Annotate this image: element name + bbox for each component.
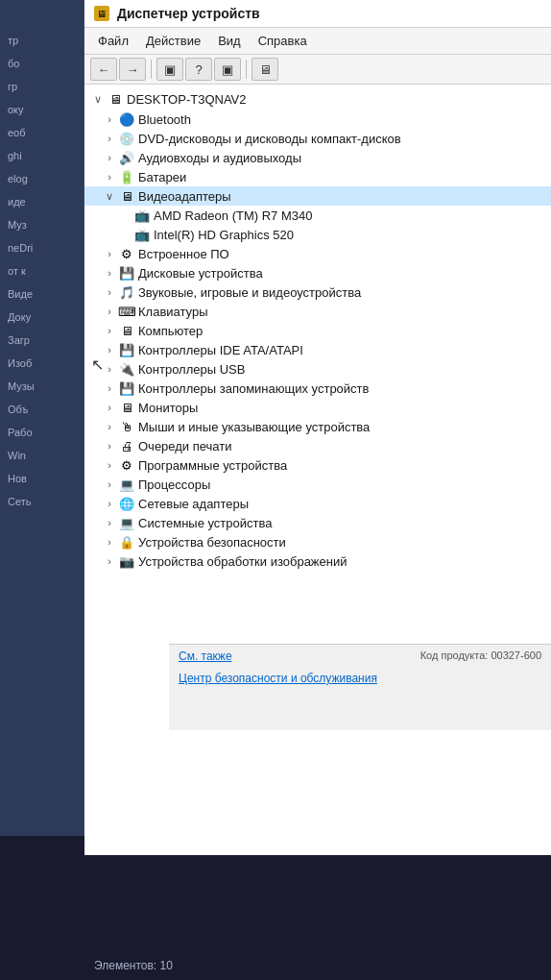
sidebar-item-nedri[interactable]: neDri	[0, 236, 84, 259]
sidebar-item-tr[interactable]: тр	[0, 29, 84, 52]
sidebar-item-elog[interactable]: elog	[0, 167, 84, 190]
firmware-label: Встроенное ПО	[138, 247, 229, 261]
storage-icon: 💾	[119, 380, 134, 396]
sidebar-item-rabo[interactable]: Рабо	[0, 421, 84, 444]
title-bar: 🖥 Диспетчер устройств	[84, 0, 551, 28]
tree-item-ide[interactable]: › 💾 Контроллеры IDE ATA/ATAPI	[84, 340, 551, 359]
tree-item-sound[interactable]: › 🎵 Звуковые, игровые и видеоустройства	[84, 282, 551, 302]
sidebar-item-ob[interactable]: Объ	[0, 398, 84, 421]
sidebar-item-oku[interactable]: оку	[0, 98, 84, 121]
tree-item-intel[interactable]: 📺 Intel(R) HD Graphics 520	[84, 225, 551, 244]
root-expand-icon: ∨	[92, 93, 104, 106]
tree-item-network[interactable]: › 🌐 Сетевые адаптеры	[84, 494, 551, 513]
product-code: Код продукта: 00327-600	[420, 649, 541, 663]
tree-item-usb[interactable]: › 🔌 Контроллеры USB	[84, 359, 551, 379]
tree-item-monitors[interactable]: › 🖥 Мониторы	[84, 398, 551, 417]
back-button[interactable]: ←	[90, 58, 117, 81]
sidebar-item-ide[interactable]: иде	[0, 190, 84, 213]
disk-icon: 💾	[119, 265, 134, 281]
video-label: Видеоадаптеры	[138, 189, 231, 204]
sidebar-item-doku[interactable]: Доку	[0, 306, 84, 329]
help-button[interactable]: ?	[185, 58, 212, 81]
audio-label: Аудиовходы и аудиовыходы	[138, 151, 301, 165]
sound-label: Звуковые, игровые и видеоустройства	[138, 285, 361, 300]
tree-item-audio[interactable]: › 🔊 Аудиовходы и аудиовыходы	[84, 148, 551, 167]
tree-item-battery[interactable]: › 🔋 Батареи	[84, 167, 551, 186]
monitors-label: Мониторы	[138, 401, 198, 415]
imaging-expand-icon: ›	[104, 555, 115, 567]
sidebar-item-gr[interactable]: гр	[0, 75, 84, 98]
tree-item-processors[interactable]: › 💻 Процессоры	[84, 475, 551, 494]
sidebar-item-vide[interactable]: Виде	[0, 282, 84, 306]
tree-item-bluetooth[interactable]: › 🔵 Bluetooth	[84, 110, 551, 129]
tree-item-video[interactable]: ∨ 🖥 Видеоадаптеры	[84, 186, 551, 206]
sidebar-item-set[interactable]: Сеть	[0, 490, 84, 513]
tree-item-security[interactable]: › 🔒 Устройства безопасности	[84, 532, 551, 551]
tree-item-computer[interactable]: › 🖥 Компьютер	[84, 321, 551, 340]
tree-item-firmware[interactable]: › ⚙ Встроенное ПО	[84, 244, 551, 263]
sidebar-item-nov[interactable]: Нов	[0, 467, 84, 490]
dvd-expand-icon: ›	[104, 133, 115, 144]
audio-expand-icon: ›	[104, 152, 115, 163]
amd-icon: 📺	[134, 208, 150, 223]
toolbar-separator2	[246, 60, 247, 79]
print-label: Очереди печати	[138, 439, 232, 453]
menu-bar: Файл Действие Вид Справка	[84, 28, 551, 55]
video-expand-icon: ∨	[104, 190, 115, 203]
device-tree[interactable]: ∨ 🖥 DESKTOP-T3QNAV2 › 🔵 Bluetooth › 💿 DV…	[84, 85, 551, 855]
mice-icon: 🖱	[119, 419, 134, 434]
tree-item-amd[interactable]: 📺 AMD Radeon (TM) R7 M340	[84, 206, 551, 225]
sidebar-item-ghi[interactable]: ghi	[0, 144, 84, 167]
sidebar-item-izob[interactable]: Изоб	[0, 352, 84, 375]
sidebar-item-eob[interactable]: еоб	[0, 121, 84, 144]
root-computer-icon: 🖥	[108, 91, 123, 107]
see-also-link[interactable]: См. также	[179, 649, 232, 663]
tree-item-print[interactable]: › 🖨 Очереди печати	[84, 436, 551, 455]
window-title: Диспетчер устройств	[117, 6, 260, 21]
sidebar-item-win[interactable]: Win	[0, 444, 84, 467]
tree-item-imaging[interactable]: › 📷 Устройства обработки изображений	[84, 551, 551, 571]
battery-label: Батареи	[138, 170, 186, 184]
security-center-link[interactable]: Центр безопасности и обслуживания	[179, 672, 541, 685]
print-icon: 🖨	[119, 438, 134, 453]
usb-label: Контроллеры USB	[138, 362, 245, 377]
bottom-links: Центр безопасности и обслуживания	[169, 668, 551, 689]
sidebar-item-zagr[interactable]: Загр	[0, 329, 84, 352]
intel-icon: 📺	[134, 227, 150, 242]
menu-action[interactable]: Действие	[138, 31, 208, 51]
keyboards-label: Клавиатуры	[138, 305, 208, 319]
computer-expand-icon: ›	[104, 325, 115, 336]
mice-label: Мыши и иные указывающие устройства	[138, 420, 370, 434]
network-label: Сетевые адаптеры	[138, 497, 249, 511]
processors-icon: 💻	[119, 477, 134, 492]
device-manager-window: 🖥 Диспетчер устройств Файл Действие Вид …	[84, 0, 551, 855]
menu-view[interactable]: Вид	[210, 31, 249, 51]
forward-button[interactable]: →	[119, 58, 146, 81]
amd-label: AMD Radeon (TM) R7 M340	[154, 208, 312, 223]
usb-expand-icon: ›	[104, 363, 115, 375]
software-label: Программные устройства	[138, 458, 287, 473]
tree-item-system[interactable]: › 💻 Системные устройства	[84, 513, 551, 532]
menu-file[interactable]: Файл	[90, 31, 136, 51]
tree-item-storage[interactable]: › 💾 Контроллеры запоминающих устройств	[84, 379, 551, 398]
computer-label: Компьютер	[138, 324, 203, 338]
software-expand-icon: ›	[104, 459, 115, 471]
tree-item-keyboards[interactable]: › ⌨ Клавиатуры	[84, 302, 551, 321]
sidebar-item-otk[interactable]: от к	[0, 259, 84, 282]
root-label: DESKTOP-T3QNAV2	[127, 92, 247, 107]
sidebar-item-bo[interactable]: бо	[0, 52, 84, 75]
properties-button[interactable]: ▣	[156, 58, 183, 81]
sidebar-item-muzy[interactable]: Музы	[0, 375, 84, 398]
tree-item-dvd[interactable]: › 💿 DVD-дисководы и дисководы компакт-ди…	[84, 129, 551, 148]
scan-button[interactable]: ▣	[214, 58, 241, 81]
menu-help[interactable]: Справка	[251, 31, 315, 51]
system-icon: 💻	[119, 515, 134, 530]
sidebar-item-muz[interactable]: Муз	[0, 213, 84, 236]
tree-item-disk[interactable]: › 💾 Дисковые устройства	[84, 263, 551, 282]
battery-expand-icon: ›	[104, 171, 115, 183]
tree-root-desktop[interactable]: ∨ 🖥 DESKTOP-T3QNAV2	[84, 88, 551, 110]
tree-item-mice[interactable]: › 🖱 Мыши и иные указывающие устройства	[84, 417, 551, 436]
monitor-button[interactable]: 🖥	[252, 58, 278, 81]
tree-item-software[interactable]: › ⚙ Программные устройства	[84, 455, 551, 475]
disk-expand-icon: ›	[104, 267, 115, 279]
